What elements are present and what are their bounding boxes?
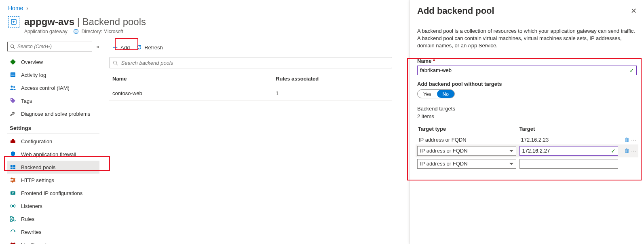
sidebar-item-label: Access control (IAM) (21, 85, 70, 91)
table-search[interactable] (109, 57, 392, 68)
svg-point-7 (13, 86, 15, 88)
svg-line-2 (13, 47, 15, 49)
directory-label: Directory: Microsoft (81, 29, 123, 34)
col-name[interactable]: Name (112, 76, 276, 82)
sidebar-item-label: Listeners (21, 203, 42, 209)
without-targets-toggle[interactable]: Yes No (417, 89, 455, 98)
target-type-select[interactable]: IP address or FQDN (417, 159, 516, 169)
wrench-icon (10, 110, 16, 117)
cell-rules: 1 (276, 90, 389, 96)
target-row: IP address or FQDN172.16.2.23🗑··· (417, 135, 637, 144)
sidebar-item-label: Activity log (21, 72, 46, 78)
panel-title: Add backend pool (417, 6, 494, 16)
refresh-icon (136, 45, 142, 50)
svg-point-23 (12, 205, 14, 207)
svg-rect-13 (11, 168, 13, 169)
close-icon[interactable]: ✕ (631, 6, 637, 15)
trash-icon[interactable]: 🗑 (624, 148, 629, 154)
toggle-yes[interactable]: Yes (418, 90, 437, 98)
shield-icon (10, 151, 16, 157)
sidebar-item-diagnose-and-solve-problems[interactable]: Diagnose and solve problems (7, 107, 99, 120)
sidebar-item-label: HTTP settings (21, 177, 54, 183)
sidebar-item-http-settings[interactable]: HTTP settings (7, 174, 99, 187)
svg-rect-12 (13, 165, 15, 167)
refresh-button-label: Refresh (144, 45, 163, 51)
page-name: | Backend pools (74, 16, 146, 28)
col-rules[interactable]: Rules associated (276, 76, 389, 82)
resource-type: Application gateway (24, 29, 68, 34)
toggle-no[interactable]: No (437, 90, 454, 98)
sidebar-item-listeners[interactable]: Listeners (7, 199, 99, 212)
sidebar-item-tags[interactable]: Tags (7, 94, 99, 107)
svg-point-1 (11, 45, 14, 48)
sidebar-item-rewrites[interactable]: Rewrites (7, 225, 99, 238)
sidebar-item-configuration[interactable]: Configuration (7, 135, 99, 148)
rewrite-icon (10, 229, 16, 235)
sidebar-item-access-control-iam-[interactable]: Access control (IAM) (7, 81, 99, 94)
sidebar-search-input[interactable] (17, 44, 89, 49)
search-icon (10, 44, 15, 49)
sidebar-item-label: Health probes (21, 242, 54, 244)
ip-icon: IP (10, 190, 16, 196)
sidebar-item-label: Diagnose and solve problems (21, 111, 90, 117)
svg-rect-4 (11, 74, 15, 74)
target-type-value: IP address or FQDN (417, 137, 516, 143)
sidebar-item-label: Web application firewall (21, 151, 76, 157)
col-target: Target (519, 126, 621, 132)
targets-count: 2 items (417, 113, 637, 119)
svg-point-19 (14, 180, 15, 181)
sidebar-item-health-probes[interactable]: Health probes (7, 238, 99, 244)
log-icon (10, 72, 16, 78)
sidebar-item-label: Rules (21, 216, 34, 222)
table-search-input[interactable] (121, 60, 389, 66)
refresh-button[interactable]: Refresh (133, 42, 166, 53)
sidebar-item-backend-pools[interactable]: Backend pools (7, 161, 99, 174)
target-value-input[interactable] (519, 146, 619, 156)
trash-icon[interactable]: 🗑 (624, 137, 629, 143)
required-indicator: * (433, 58, 435, 64)
sidebar-settings-header: Settings (7, 120, 99, 134)
sliders-icon (10, 177, 16, 183)
sidebar-item-overview[interactable]: Overview (7, 55, 99, 68)
heart-icon (10, 242, 16, 244)
target-type-select[interactable]: IP address or FQDN (417, 146, 516, 156)
svg-line-32 (116, 64, 118, 65)
sidebar-item-label: Configuration (21, 138, 52, 144)
listener-icon (10, 203, 16, 209)
panel-description: A backend pool is a collection of resour… (417, 28, 637, 50)
svg-text:IP: IP (12, 192, 14, 194)
name-field-label: Name * (417, 58, 637, 64)
collapse-sidebar-icon[interactable]: « (96, 43, 99, 50)
target-row: IP address or FQDN (417, 157, 637, 170)
add-button[interactable]: Add (109, 42, 133, 53)
sidebar-item-rules[interactable]: Rules (7, 212, 99, 225)
check-icon: ✓ (629, 67, 634, 74)
target-row: IP address or FQDN✓🗑··· (416, 144, 638, 157)
sidebar-item-label: Frontend IP configurations (21, 190, 82, 196)
resource-name: appgw-avs (24, 16, 74, 28)
more-icon[interactable]: ··· (631, 137, 637, 143)
sidebar-item-label: Backend pools (21, 164, 55, 170)
targets-table-header: Target type Target (417, 123, 637, 135)
more-icon[interactable]: ··· (631, 148, 637, 154)
svg-point-18 (11, 178, 13, 179)
chevron-right-icon: › (26, 5, 28, 11)
target-value-input[interactable] (519, 159, 619, 169)
svg-point-8 (11, 99, 12, 100)
plus-icon (112, 45, 118, 50)
svg-point-31 (114, 61, 117, 64)
sidebar-item-frontend-ip-configurations[interactable]: IPFrontend IP configurations (7, 187, 99, 199)
svg-rect-9 (11, 140, 15, 143)
svg-rect-25 (11, 220, 12, 221)
target-value: 172.16.2.23 (519, 137, 619, 143)
sidebar-item-web-application-firewall[interactable]: Web application firewall (7, 148, 99, 161)
sidebar-item-activity-log[interactable]: Activity log (7, 68, 99, 81)
breadcrumb-home[interactable]: Home (8, 5, 23, 11)
sidebar-search[interactable] (7, 42, 92, 51)
table-row[interactable]: contoso-web1 (109, 86, 392, 101)
name-field[interactable] (417, 66, 637, 75)
svg-rect-24 (11, 216, 12, 218)
sidebar-item-label: Tags (21, 98, 32, 104)
tag-icon (10, 98, 16, 104)
svg-rect-5 (11, 75, 15, 76)
